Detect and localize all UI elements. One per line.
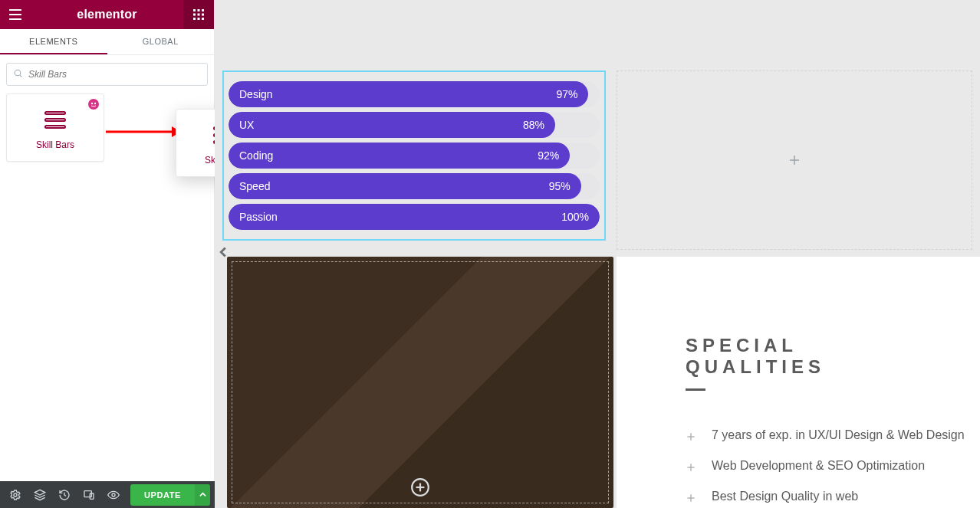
section-heading: SPECIAL QUALITIES — [686, 335, 825, 391]
qualities-list: 7 years of exp. in UX/UI Design & Web De… — [686, 426, 965, 506]
skill-track: Passion100% — [229, 204, 600, 230]
svg-rect-1 — [198, 9, 200, 11]
settings-button[interactable] — [5, 484, 26, 506]
panel-tabs: ELEMENTS GLOBAL — [0, 29, 214, 55]
skill-row: Coding92% — [229, 143, 600, 169]
hamburger-menu-button[interactable] — [0, 0, 31, 29]
svg-point-11 — [88, 99, 99, 110]
skill-fill: Speed95% — [229, 173, 581, 199]
hamburger-icon — [9, 9, 21, 20]
skill-label: Design — [239, 88, 273, 100]
history-icon — [58, 489, 71, 501]
skill-row: Speed95% — [229, 173, 600, 199]
search-input[interactable] — [6, 63, 208, 86]
svg-rect-4 — [198, 14, 200, 16]
widget-icon — [13, 111, 97, 129]
skill-row: Design97% — [229, 81, 600, 107]
update-button[interactable]: UPDATE — [130, 484, 195, 506]
svg-point-9 — [15, 70, 21, 76]
skill-fill: Design97% — [229, 81, 588, 107]
svg-point-13 — [94, 103, 96, 104]
skill-label: UX — [239, 119, 254, 131]
layers-icon — [34, 489, 46, 501]
svg-line-10 — [20, 75, 21, 77]
plus-icon — [686, 429, 698, 441]
svg-rect-3 — [193, 14, 196, 16]
svg-point-14 — [14, 493, 17, 497]
tab-global[interactable]: GLOBAL — [107, 29, 215, 54]
svg-rect-6 — [193, 18, 196, 20]
drag-arrow-annotation — [106, 125, 181, 139]
svg-rect-7 — [198, 18, 200, 20]
elementor-side-panel: elementor ELEMENTS GLOBAL Skill Bars — [0, 0, 215, 508]
svg-rect-5 — [202, 14, 204, 16]
svg-rect-2 — [202, 9, 204, 11]
skill-track: Speed95% — [229, 173, 600, 199]
skill-track: Coding92% — [229, 143, 600, 169]
search-icon — [13, 67, 23, 81]
add-widget-plus[interactable] — [410, 477, 430, 497]
skill-label: Passion — [239, 211, 278, 223]
plus-icon — [686, 490, 698, 503]
widget-pro-badge-icon — [88, 99, 99, 110]
plus-circle-icon — [410, 477, 430, 497]
accordion-title: Best Design Quality in web — [712, 487, 858, 506]
update-options-button[interactable] — [195, 484, 210, 506]
image-section[interactable] — [227, 257, 613, 508]
skill-fill: UX88% — [229, 112, 555, 138]
skill-track: Design97% — [229, 81, 600, 107]
svg-marker-15 — [35, 490, 44, 495]
gear-icon — [9, 489, 21, 501]
widget-label: Skill Bars — [13, 139, 97, 150]
svg-point-12 — [91, 103, 93, 104]
panel-footer: UPDATE — [0, 481, 215, 508]
accordion-item[interactable]: Web Development & SEO Optimization — [686, 457, 965, 475]
skill-label: Speed — [239, 180, 270, 192]
panel-header: elementor — [0, 0, 214, 29]
brand-title: elementor — [31, 8, 183, 21]
skill-percent: 97% — [556, 88, 577, 100]
apps-grid-button[interactable] — [183, 0, 214, 29]
heading-line-2: QUALITIES — [686, 356, 825, 378]
responsive-button[interactable] — [78, 484, 100, 506]
preview-button[interactable] — [103, 484, 124, 506]
plus-icon — [686, 460, 698, 472]
skill-row: Passion100% — [229, 204, 600, 230]
editor-canvas: Design97% UX88% Coding92% Speed95% Passi… — [215, 0, 980, 508]
skill-percent: 92% — [538, 149, 559, 162]
caret-up-icon — [199, 491, 206, 498]
apps-grid-icon — [193, 9, 204, 20]
skill-bars-element[interactable]: Design97% UX88% Coding92% Speed95% Passi… — [222, 70, 606, 241]
svg-rect-0 — [193, 9, 196, 11]
skill-label: Coding — [239, 149, 273, 162]
heading-underline — [686, 388, 705, 391]
search-row — [0, 55, 214, 93]
skill-percent: 100% — [561, 211, 589, 223]
skill-fill: Coding92% — [229, 143, 570, 169]
plus-icon — [788, 153, 801, 167]
tab-elements[interactable]: ELEMENTS — [0, 29, 107, 54]
skill-track: UX88% — [229, 112, 600, 138]
accordion-item[interactable]: Best Design Quality in web — [686, 487, 965, 506]
widget-skill-bars[interactable]: Skill Bars — [6, 93, 104, 162]
navigator-button[interactable] — [29, 484, 51, 506]
skill-fill: Passion100% — [229, 204, 600, 230]
history-button[interactable] — [54, 484, 75, 506]
accordion-title: 7 years of exp. in UX/UI Design & Web De… — [712, 426, 965, 444]
svg-rect-8 — [202, 18, 204, 20]
accordion-item[interactable]: 7 years of exp. in UX/UI Design & Web De… — [686, 426, 965, 444]
svg-point-26 — [412, 479, 429, 496]
svg-point-18 — [112, 493, 115, 497]
chevron-left-icon — [218, 247, 229, 257]
empty-column-drop-zone[interactable] — [617, 70, 972, 250]
accordion-title: Web Development & SEO Optimization — [712, 457, 925, 475]
eye-icon — [107, 489, 120, 501]
skill-row: UX88% — [229, 112, 600, 138]
heading-line-1: SPECIAL — [686, 335, 825, 356]
responsive-icon — [83, 489, 95, 501]
skill-percent: 88% — [523, 119, 544, 131]
skill-percent: 95% — [549, 180, 571, 192]
